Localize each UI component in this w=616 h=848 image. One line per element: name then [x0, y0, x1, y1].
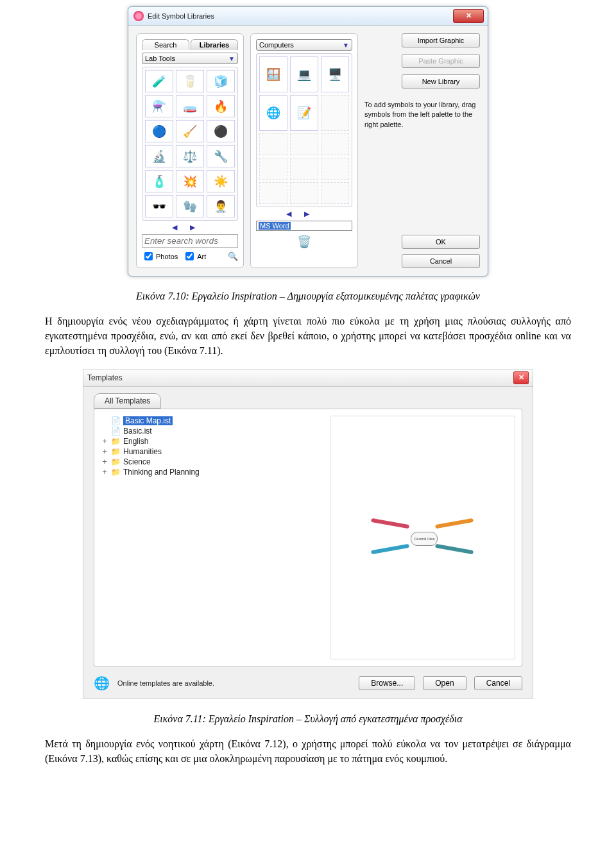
edit-symbol-libraries-dialog: Edit Symbol Libraries ✕ Search Libraries… [128, 6, 488, 276]
dialog-right-column: Import Graphic Paste Graphic New Library… [364, 33, 480, 268]
symbol-thumb[interactable]: 🕶️ [145, 195, 173, 217]
symbol-thumb[interactable]: ⚫ [207, 120, 235, 142]
figure-caption-7-11: Εικόνα 7.11: Εργαλείο Inspiration – Συλλ… [45, 713, 571, 725]
expand-icon[interactable]: + [101, 468, 108, 477]
symbol-thumb[interactable]: 🔬 [145, 145, 173, 167]
expand-icon[interactable]: + [101, 447, 108, 456]
templates-dialog: Templates ✕ All Templates 📄Basic Map.ist… [83, 369, 533, 699]
mindmap-icon: Central Idea [371, 515, 474, 560]
right-palette: Computers ▼ 🪟💻🖥️🌐📝 ◀▶ MS Word 🗑️ [250, 33, 358, 268]
tree-item[interactable]: +📁Thinking and Planning [101, 467, 322, 477]
check-art[interactable]: Art [183, 250, 206, 262]
template-tree[interactable]: 📄Basic Map.ist📄Basic.ist+📁English+📁Human… [101, 416, 322, 659]
body-paragraph-2: Μετά τη δημιουργία ενός νοητικού χάρτη (… [45, 736, 571, 766]
symbol-thumb [321, 133, 349, 155]
titlebar: Edit Symbol Libraries ✕ [128, 7, 488, 26]
chevron-down-icon: ▼ [228, 55, 235, 62]
symbol-thumb[interactable]: 💥 [176, 170, 204, 192]
symbol-thumb[interactable]: 🔥 [207, 95, 235, 117]
symbol-thumb[interactable]: ⚗️ [145, 95, 173, 117]
chevron-down-icon: ▼ [343, 42, 349, 49]
symbol-thumb[interactable]: 🧤 [176, 195, 204, 217]
symbol-thumb [321, 158, 349, 180]
symbol-thumb [290, 133, 318, 155]
tree-item-label: Basic.ist [123, 427, 152, 436]
symbol-thumb[interactable]: 💻 [290, 56, 318, 92]
titlebar: Templates ✕ [83, 369, 533, 387]
tree-item-label: Basic Map.ist [123, 416, 173, 425]
symbol-thumb[interactable]: 🧪 [145, 70, 173, 92]
symbol-thumb[interactable]: 🥛 [176, 70, 204, 92]
import-graphic-button[interactable]: Import Graphic [402, 33, 480, 47]
symbol-thumb[interactable]: 🧊 [207, 70, 235, 92]
close-button[interactable]: ✕ [513, 371, 529, 384]
symbol-thumb [321, 95, 349, 131]
symbol-thumb [259, 158, 287, 180]
cancel-button[interactable]: Cancel [402, 254, 480, 268]
symbol-name-field[interactable]: MS Word [256, 221, 352, 231]
tree-item-label: Science [123, 457, 151, 466]
symbol-thumb[interactable]: 🧴 [145, 170, 173, 192]
left-library-combo[interactable]: Lab Tools ▼ [142, 53, 238, 64]
tree-item[interactable]: 📄Basic Map.ist [101, 416, 322, 426]
search-input[interactable] [142, 234, 238, 248]
open-button[interactable]: Open [423, 676, 466, 690]
ok-button[interactable]: OK [402, 235, 480, 249]
search-icon[interactable]: 🔍 [228, 251, 238, 261]
tree-item-label: Thinking and Planning [123, 468, 200, 477]
tree-item[interactable]: +📁Humanities [101, 446, 322, 457]
symbol-thumb[interactable]: 🖥️ [321, 56, 349, 92]
folder-icon: 📁 [111, 447, 121, 456]
expand-icon[interactable]: + [101, 457, 108, 466]
tree-item[interactable]: +📁English [101, 436, 322, 446]
symbol-thumb[interactable]: 🌐 [259, 95, 287, 131]
symbol-thumb [290, 182, 318, 204]
window-title: Templates [87, 373, 513, 382]
tree-item[interactable]: +📁Science [101, 457, 322, 467]
folder-icon: 📁 [111, 468, 121, 477]
symbol-thumb[interactable]: 🪟 [259, 56, 287, 92]
tab-all-templates[interactable]: All Templates [94, 393, 161, 409]
right-library-name: Computers [259, 41, 294, 49]
symbol-thumb[interactable]: ☀️ [207, 170, 235, 192]
new-library-button[interactable]: New Library [402, 74, 480, 89]
close-button[interactable]: ✕ [453, 9, 484, 23]
symbol-thumb [321, 182, 349, 204]
left-nav-arrows[interactable]: ◀▶ [142, 223, 238, 232]
symbol-thumb [259, 182, 287, 204]
folder-icon: 📁 [111, 437, 121, 446]
online-templates-text: Online templates are available. [117, 679, 351, 687]
right-thumb-grid: 🪟💻🖥️🌐📝 [256, 53, 352, 207]
trash-icon[interactable]: 🗑️ [256, 235, 352, 249]
symbol-thumb[interactable]: ⚖️ [176, 145, 204, 167]
left-palette: Search Libraries Lab Tools ▼ 🧪🥛🧊⚗️🧫🔥🔵🧹⚫🔬… [136, 33, 244, 268]
folder-icon: 📁 [111, 457, 121, 466]
file-icon: 📄 [111, 427, 121, 436]
expand-icon[interactable]: + [101, 437, 108, 446]
left-thumb-grid: 🧪🥛🧊⚗️🧫🔥🔵🧹⚫🔬⚖️🔧🧴💥☀️🕶️🧤👨‍⚕️ [142, 67, 238, 221]
tab-libraries[interactable]: Libraries [191, 39, 238, 50]
tree-item-label: Humanities [123, 447, 162, 456]
cancel-button[interactable]: Cancel [474, 676, 522, 690]
symbol-thumb[interactable]: 🔵 [145, 120, 173, 142]
browse-button[interactable]: Browse... [359, 676, 415, 690]
symbol-thumb[interactable]: 📝 [290, 95, 318, 131]
symbol-thumb[interactable]: 👨‍⚕️ [207, 195, 235, 217]
window-title: Edit Symbol Libraries [148, 12, 453, 20]
paste-graphic-button[interactable]: Paste Graphic [402, 54, 480, 68]
check-photos[interactable]: Photos [142, 250, 178, 262]
symbol-thumb[interactable]: 🧹 [176, 120, 204, 142]
right-nav-arrows[interactable]: ◀▶ [256, 210, 352, 218]
tab-search[interactable]: Search [142, 39, 189, 50]
help-text: To add symbols to your library, drag sym… [364, 100, 480, 130]
left-library-name: Lab Tools [145, 55, 175, 62]
symbol-thumb[interactable]: 🧫 [176, 95, 204, 117]
symbol-thumb [259, 133, 287, 155]
figure-caption-7-10: Εικόνα 7.10: Εργαλείο Inspiration – Δημι… [45, 291, 571, 302]
right-library-combo[interactable]: Computers ▼ [256, 39, 352, 51]
body-paragraph-1: Η δημιουργία ενός νέου σχεδιαγράμματος ή… [45, 314, 571, 359]
symbol-thumb[interactable]: 🔧 [207, 145, 235, 167]
symbol-thumb [290, 158, 318, 180]
tree-item[interactable]: 📄Basic.ist [101, 426, 322, 436]
globe-icon: 🌐 [94, 675, 110, 691]
